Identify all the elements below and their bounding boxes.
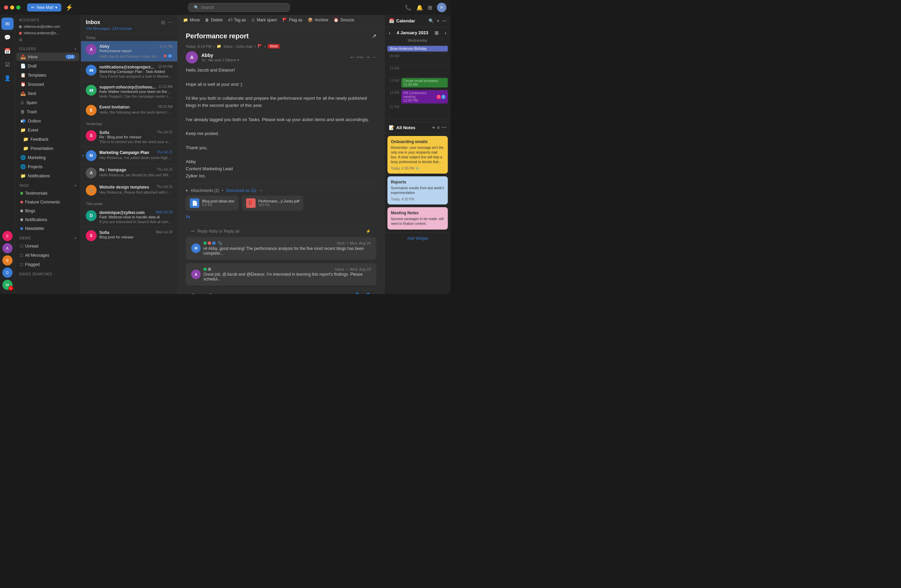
note-card-onboarding[interactable]: Onboarding emails Remember- your message… (387, 136, 448, 174)
reply-bar[interactable]: ↩ Reply Abby or Reply all ⚡ (186, 225, 376, 237)
ai-compose-icon[interactable]: ⚡ (366, 229, 371, 234)
user-avatar[interactable]: R (437, 3, 446, 12)
sidebar-icon-chat[interactable]: 💬 (2, 31, 14, 44)
email-item[interactable]: D dominique@zylker.com Wed Jul 20 Fwd: W… (81, 207, 177, 227)
add-member-icon[interactable]: 👤+ (355, 293, 363, 294)
stream-share-icon[interactable]: ⇆ (186, 214, 190, 219)
sidebar-icon-contacts[interactable]: 👤 (2, 72, 14, 84)
more-options-icon[interactable]: ⋯ (168, 20, 173, 25)
snooze-button[interactable]: ⏰ Snooze (334, 18, 354, 22)
email-item[interactable]: S Sofia Wed Jul 20 Blog post for release (81, 227, 177, 245)
layout-icon[interactable]: ⊞ (428, 5, 432, 11)
move-button[interactable]: 📁 Move (183, 18, 200, 22)
folder-presentation[interactable]: 📁 Presentation (16, 144, 80, 153)
tag-blogs[interactable]: Blogs (16, 207, 80, 215)
search-input[interactable]: 🔍 Search (188, 3, 290, 12)
prev-month-icon[interactable]: ‹ (389, 30, 391, 36)
email-item[interactable]: 📧 support-zohocorp@zohosu... 11:21 AM Ka… (81, 82, 177, 102)
tag-testimonials[interactable]: Testimonials (16, 189, 80, 197)
attachment-item-2[interactable]: 📕 Performanc...y-June).pdf 203 KB (242, 196, 303, 211)
chevron-down-icon[interactable]: ▾ (186, 188, 188, 193)
mark-spam-button[interactable]: ⚠ Mark spam (251, 18, 277, 22)
share-icon[interactable]: ↗ (372, 33, 376, 39)
archive-button[interactable]: 📦 Archive (308, 18, 328, 22)
event-create-email-templates[interactable]: Create email templates 11:00 AM (401, 78, 448, 87)
view-unread[interactable]: □ Unread (16, 242, 80, 250)
birthday-event[interactable]: Brian Anderson Birthday (387, 46, 448, 51)
forward-icon[interactable]: ↪ (366, 55, 369, 60)
download-zip-button[interactable]: Download as Zip (226, 188, 256, 193)
avatar-contact-5[interactable]: M (2, 280, 12, 290)
email-item[interactable]: S Sofia Thu Jul 21 Re : Blog post for re… (81, 127, 177, 147)
view-all-messages[interactable]: □ All Messages (16, 251, 80, 259)
add-view-button[interactable]: + (75, 236, 76, 240)
folder-snoozed[interactable]: ⏰ Snoozed (16, 80, 80, 89)
event-pr-conference[interactable]: PR Conference meeting 12:00 PM S 8 (401, 90, 448, 103)
folder-outbox[interactable]: 📬 Outbox (16, 117, 80, 125)
list-view-icon[interactable]: ≡ (437, 125, 440, 130)
note-card-meeting[interactable]: Meeting Notes Sponsor packages to be mad… (387, 207, 448, 229)
add-event-icon[interactable]: + (436, 18, 439, 23)
sidebar-icon-mail[interactable]: ✉ (2, 18, 14, 30)
sidebar-icon-tasks[interactable]: ☑ (2, 58, 14, 70)
flag-as-button[interactable]: 🚩 Flag as (282, 18, 302, 22)
folder-inbox[interactable]: 📥 Inbox 124 (16, 53, 80, 61)
add-note-icon[interactable]: + (432, 125, 435, 130)
minimize-button[interactable] (10, 5, 14, 9)
folder-draft[interactable]: 📄 Draft (16, 62, 80, 70)
more-actions-icon[interactable]: ⋯ (372, 55, 376, 60)
calendar-grid-icon[interactable]: ⊞ (435, 30, 439, 36)
thread-to[interactable]: To : Me and 2 Others ▾ (201, 58, 347, 62)
reply-icon[interactable]: ↩ (351, 55, 354, 60)
avatar-contact-4[interactable]: D (2, 268, 12, 278)
folder-projects[interactable]: 🌐 Projects (16, 162, 80, 171)
collapsed-thread-me[interactable]: M 📎 Sent • Mon, (186, 237, 376, 260)
add-widget-button[interactable]: Add Widget (385, 232, 450, 244)
folder-notifications[interactable]: 📁 Notifications (16, 172, 80, 180)
email-item[interactable]: 📎 Website design templates Thu Jul 21 He… (81, 182, 177, 199)
tag-notifications[interactable]: Notifications (16, 216, 80, 224)
reply-all-icon[interactable]: ↩↩ (357, 55, 363, 60)
add-folder-button[interactable]: + (75, 47, 76, 51)
delete-button[interactable]: 🗑 Delete (205, 18, 223, 22)
maximize-button[interactable] (16, 5, 20, 9)
folder-event[interactable]: 📁 Event (16, 126, 80, 134)
account-item-2[interactable]: rebecca.anderson@z... (15, 30, 81, 36)
email-item[interactable]: A Re : hompage Thu Jul 21 Hello Rebecca,… (81, 164, 177, 182)
new-mail-button[interactable]: ✏ New Mail ▾ (27, 3, 61, 11)
lightning-icon[interactable]: ⚡ (65, 4, 73, 11)
tag-newsletter[interactable]: Newsletter (16, 225, 80, 232)
collapsed-thread-abby[interactable]: A Inbox • Wed, Aug 19 G (186, 263, 376, 285)
email-item[interactable]: 📧 notifications@zohoproject... 12:40 PM … (81, 62, 177, 82)
attachment-item-1[interactable]: 📄 Blog post ideas.doc 6.8 KB (186, 196, 238, 211)
avatar-contact-3[interactable]: B (2, 255, 12, 265)
phone-icon[interactable]: 📞 (405, 5, 412, 11)
folder-feedback[interactable]: 📁 Feedback (16, 135, 80, 143)
attachment-more-icon[interactable]: ⋯ (259, 188, 263, 193)
accounts-menu-icon[interactable]: ≡ (15, 36, 81, 44)
tag-as-button[interactable]: 🏷 Tag as (228, 18, 246, 22)
email-item[interactable]: A Abby 8:14 PM Performance report Hello … (81, 41, 177, 62)
account-item-1[interactable]: rebecca.an@zylker.com (15, 23, 81, 30)
avatar-contact-2[interactable]: A (2, 243, 12, 253)
note-card-reports[interactable]: Reports Summarize results from last week… (387, 176, 448, 204)
email-item[interactable]: M Marketing Campaign Plan Thu Jul 21 Hey… (81, 147, 177, 164)
bell-icon[interactable]: 🔔 (416, 5, 423, 11)
add-tag-button[interactable]: + (75, 184, 76, 187)
calendar-more-icon[interactable]: ⋯ (442, 18, 446, 23)
avatar-contact-1[interactable]: S (2, 231, 12, 241)
search-calendar-icon[interactable]: 🔍 (429, 18, 434, 23)
tag-feature-comments[interactable]: Feature Comments (16, 198, 80, 206)
folder-trash[interactable]: 🗑 Trash (16, 108, 80, 116)
next-month-icon[interactable]: › (445, 30, 446, 36)
folder-sent[interactable]: 📤 Sent (16, 89, 80, 98)
filter-icon[interactable]: ⊟ (161, 20, 165, 25)
notes-more-icon[interactable]: ⋯ (442, 125, 446, 130)
sidebar-icon-calendar[interactable]: 📅 (2, 45, 14, 57)
email-item[interactable]: E Event Invitation 09:10 AM Hello, the f… (81, 102, 177, 119)
folder-marketing[interactable]: 🌐 Marketing (16, 153, 80, 162)
close-button[interactable] (4, 5, 8, 9)
folder-spam[interactable]: ⚠ Spam (16, 98, 80, 107)
streams-settings-icon[interactable]: 👤 (365, 293, 371, 294)
folder-templates[interactable]: 📋 Templates (16, 71, 80, 80)
